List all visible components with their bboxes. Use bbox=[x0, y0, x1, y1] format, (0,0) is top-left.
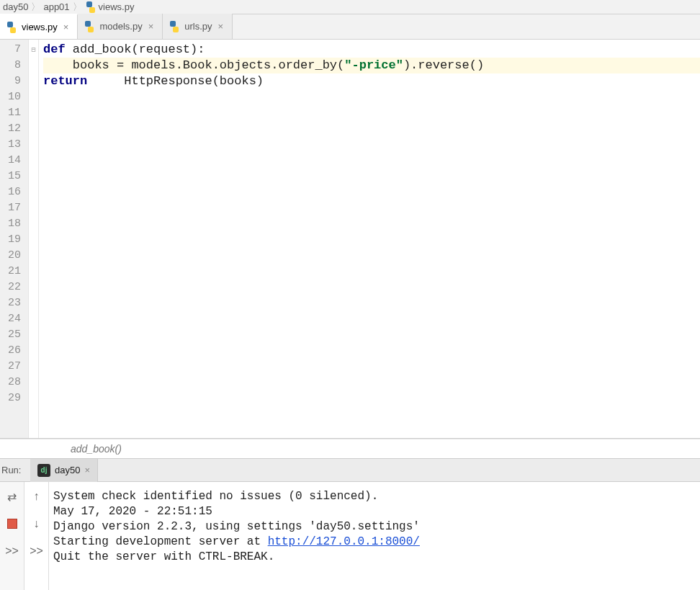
tool-column-nav: ↑ ↓ >> bbox=[24, 482, 49, 590]
close-icon[interactable]: × bbox=[147, 21, 156, 32]
tab-urls[interactable]: urls.py × bbox=[163, 14, 233, 39]
tool-column-left: ⇄ >> bbox=[0, 482, 24, 590]
more-button[interactable]: >> bbox=[30, 544, 44, 558]
fold-icon[interactable]: ⊟ bbox=[29, 42, 38, 58]
run-toolbar: Run: dj day50 × bbox=[0, 459, 700, 482]
breadcrumb-item[interactable]: views.py bbox=[85, 1, 135, 13]
editor-tabs: views.py × models.py × urls.py × bbox=[0, 14, 700, 40]
more-button[interactable]: >> bbox=[5, 544, 19, 558]
python-icon bbox=[169, 21, 180, 32]
stop-icon bbox=[7, 519, 17, 529]
rerun-button[interactable]: ⇄ bbox=[5, 489, 19, 504]
breadcrumb-item[interactable]: day50 bbox=[3, 1, 28, 12]
run-label: Run: bbox=[0, 465, 30, 475]
structure-breadcrumb[interactable]: add_book() bbox=[0, 439, 700, 459]
breadcrumb: day50 〉 app01 〉 views.py bbox=[0, 0, 700, 14]
tab-label: views.py bbox=[22, 22, 58, 32]
close-icon[interactable]: × bbox=[217, 21, 225, 32]
run-tab[interactable]: dj day50 × bbox=[30, 459, 98, 482]
stop-button[interactable] bbox=[5, 517, 19, 531]
python-icon bbox=[6, 22, 17, 33]
python-icon bbox=[84, 21, 95, 32]
chevron-right-icon: 〉 bbox=[73, 1, 82, 14]
run-tab-label: day50 bbox=[55, 465, 80, 475]
django-icon: dj bbox=[37, 464, 50, 477]
console-panel: ⇄ >> ↑ ↓ >> System check identified no i… bbox=[0, 482, 700, 590]
python-icon bbox=[85, 1, 97, 13]
chevron-right-icon: 〉 bbox=[31, 1, 40, 14]
close-icon[interactable]: × bbox=[84, 465, 90, 475]
code-editor[interactable]: 7891011121314151617181920212223242526272… bbox=[0, 40, 700, 439]
fold-column: ⊟ bbox=[29, 40, 39, 438]
line-gutter: 7891011121314151617181920212223242526272… bbox=[0, 40, 29, 438]
tab-views[interactable]: views.py × bbox=[0, 14, 78, 39]
breadcrumb-item[interactable]: app01 bbox=[43, 1, 69, 12]
tab-models[interactable]: models.py × bbox=[78, 14, 163, 39]
server-url-link[interactable]: http://127.0.0.1:8000/ bbox=[268, 535, 420, 548]
close-icon[interactable]: × bbox=[62, 22, 71, 32]
console-output[interactable]: System check identified no issues (0 sil… bbox=[49, 482, 700, 590]
up-button[interactable]: ↑ bbox=[30, 489, 44, 504]
down-button[interactable]: ↓ bbox=[30, 517, 44, 531]
tab-label: urls.py bbox=[184, 21, 212, 32]
code-area[interactable]: def add_book(request): books = models.Bo… bbox=[39, 40, 700, 438]
tab-label: models.py bbox=[99, 21, 142, 32]
